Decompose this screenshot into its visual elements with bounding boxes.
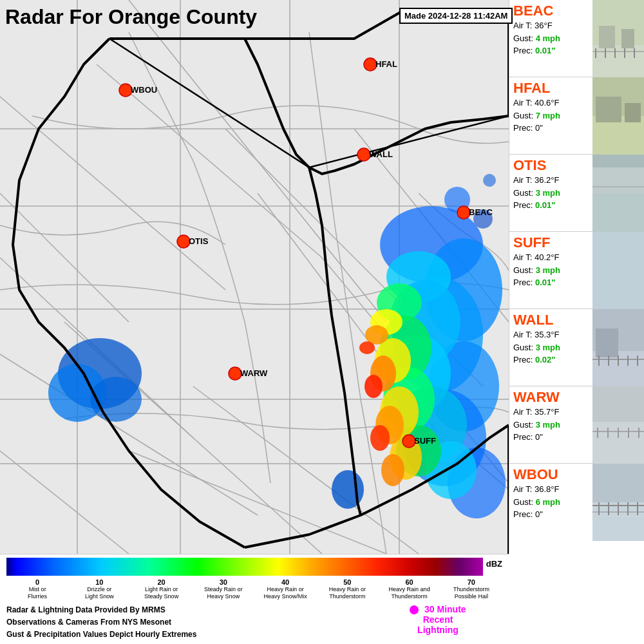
station-data-suff: Air T: 40.2°F Gust: 3 mph Prec: 0.01" [513, 251, 589, 289]
svg-rect-70 [596, 97, 621, 122]
station-name-hfal: HFAL [513, 80, 589, 97]
station-thumb-suff [592, 232, 644, 309]
station-thumb-wbou [592, 464, 644, 541]
lightning-dot [410, 605, 419, 614]
lightning-label: 30 MinuteRecentLightning [417, 604, 466, 636]
station-card-otis[interactable]: OTIS Air T: 36.2°F Gust: 3 mph Prec: 0.0… [509, 155, 644, 232]
station-dot-suff[interactable] [402, 435, 415, 448]
dbz-label: dBZ [486, 559, 502, 569]
map-area: HFAL WBOU WALL BEAC OTIS WARW SUFF [0, 0, 509, 554]
footer-left: Radar & Lightning Data Provided By MRMS … [6, 604, 374, 641]
station-name-otis: OTIS [513, 157, 589, 174]
station-data-wbou: Air T: 36.8°F Gust: 6 mph Prec: 0" [513, 483, 589, 521]
station-thumb-otis [592, 155, 644, 232]
station-dot-hfal[interactable] [364, 58, 377, 71]
sidebar: BEAC Air T: 36°F Gust: 4 mph Prec: 0.01" [509, 0, 644, 554]
page-title: Radar For Orange County [5, 5, 257, 29]
svg-rect-61 [621, 29, 634, 48]
svg-rect-71 [625, 103, 641, 122]
station-dot-otis[interactable] [177, 235, 190, 248]
svg-point-50 [370, 425, 390, 451]
legend-item-70: 70 Thunderstorm Possible Hail [440, 578, 502, 600]
station-card-wall[interactable]: WALL Air T: 35.3°F Gust: 3 mph Prec: 0.0… [509, 309, 644, 386]
legend-area: dBZ 0 Mist or Flurries 10 Drizzle or Lig… [0, 554, 509, 644]
svg-point-54 [332, 470, 364, 509]
station-dot-beac[interactable] [457, 206, 470, 219]
station-label-warw: WARW [240, 368, 268, 378]
station-label-beac: BEAC [469, 207, 493, 217]
legend-item-20: 20 Light Rain or Steady Snow [131, 578, 193, 600]
station-label-wbou: WBOU [131, 85, 157, 95]
legend-item-0: 0 Mist or Flurries [6, 578, 68, 600]
svg-point-48 [359, 341, 375, 354]
legend-item-10: 10 Drizzle or Light Snow [68, 578, 130, 600]
station-thumb-wall [592, 309, 644, 386]
legend-item-40: 40 Heavy Rain or Heavy Snow/Mix [254, 578, 316, 600]
station-label-wall: WALL [369, 149, 393, 159]
svg-rect-59 [592, 45, 644, 77]
station-dot-warw[interactable] [229, 367, 242, 380]
station-data-warw: Air T: 35.7°F Gust: 3 mph Prec: 0" [513, 406, 589, 444]
station-name-suff: SUFF [513, 234, 589, 251]
svg-point-47 [381, 454, 404, 486]
svg-rect-81 [596, 328, 618, 357]
legend-item-30: 30 Steady Rain or Heavy Snow [193, 578, 254, 600]
svg-rect-73 [592, 187, 644, 232]
station-thumb-warw [592, 386, 644, 464]
station-dot-wbou[interactable] [119, 84, 132, 97]
station-label-hfal: HFAL [375, 59, 397, 69]
station-thumb-beac [592, 0, 644, 77]
legend-item-50: 50 Heavy Rain or Thunderstorm [316, 578, 378, 600]
legend-item-60: 60 Heavy Rain and Thunderstorm [379, 578, 440, 600]
svg-point-49 [365, 375, 383, 398]
station-name-wbou: WBOU [513, 466, 589, 483]
footer-info: Radar & Lightning Data Provided By MRMS … [6, 604, 502, 641]
svg-rect-60 [599, 26, 615, 48]
station-card-wbou[interactable]: WBOU Air T: 36.8°F Gust: 6 mph Prec: 0" [509, 464, 644, 541]
timestamp-badge: Made 2024-12-28 11:42AM [399, 8, 513, 24]
station-label-otis: OTIS [189, 236, 209, 246]
station-card-suff[interactable]: SUFF Air T: 40.2°F Gust: 3 mph Prec: 0.0… [509, 232, 644, 309]
station-name-beac: BEAC [513, 3, 589, 19]
station-label-suff: SUFF [414, 436, 436, 446]
svg-rect-78 [592, 232, 644, 270]
legend-labels: 0 Mist or Flurries 10 Drizzle or Light S… [6, 578, 502, 600]
station-card-hfal[interactable]: HFAL Air T: 40.6°F Gust: 7 mph Prec: 0" [509, 77, 644, 155]
station-thumb-hfal [592, 77, 644, 155]
svg-rect-74 [592, 167, 644, 193]
station-data-beac: Air T: 36°F Gust: 4 mph Prec: 0.01" [513, 19, 589, 57]
main-container: Radar For Orange County Made 2024-12-28 … [0, 0, 644, 644]
station-card-beac[interactable]: BEAC Air T: 36°F Gust: 4 mph Prec: 0.01" [509, 0, 644, 77]
station-data-hfal: Air T: 40.6°F Gust: 7 mph Prec: 0" [513, 97, 589, 135]
map-svg: HFAL WBOU WALL BEAC OTIS WARW SUFF [0, 0, 509, 554]
station-dot-wall[interactable] [357, 148, 370, 161]
colorbar-container: dBZ [6, 558, 502, 576]
svg-point-57 [483, 174, 496, 187]
station-data-wall: Air T: 35.3°F Gust: 3 mph Prec: 0.02" [513, 328, 589, 366]
svg-rect-77 [592, 270, 644, 309]
station-name-wall: WALL [513, 312, 589, 328]
station-card-warw[interactable]: WARW Air T: 35.7°F Gust: 3 mph Prec: 0" [509, 386, 644, 464]
station-data-otis: Air T: 36.2°F Gust: 3 mph Prec: 0.01" [513, 174, 589, 212]
station-name-warw: WARW [513, 389, 589, 406]
footer-right: 30 MinuteRecentLightning [374, 604, 502, 641]
